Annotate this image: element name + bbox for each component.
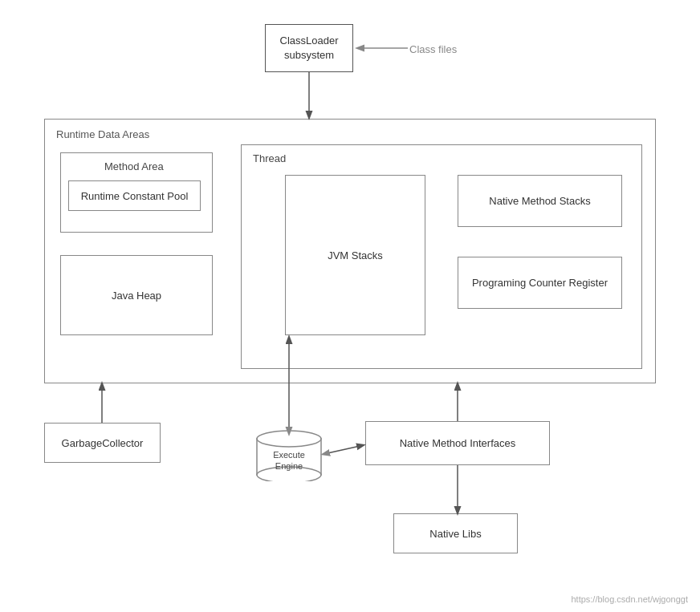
watermark: https://blog.csdn.net/wjgonggt <box>571 594 688 604</box>
native-libs-box: Native Libs <box>393 513 518 553</box>
jvm-stacks-box: JVM Stacks <box>285 175 425 335</box>
classloader-label1: ClassLoader <box>280 34 339 48</box>
runtime-constant-box: Runtime Constant Pool <box>68 180 201 211</box>
counter-register-box: Programing Counter Register <box>458 257 622 309</box>
native-method-stacks-label: Native Method Stacks <box>489 195 590 207</box>
svg-text:Engine: Engine <box>275 461 303 471</box>
native-method-stacks-box: Native Method Stacks <box>458 175 622 227</box>
runtime-constant-label: Runtime Constant Pool <box>81 190 189 202</box>
diagram-container: ClassLoader subsystem Class files Runtim… <box>0 0 700 612</box>
native-method-interfaces-box: Native Method Interfaces <box>365 421 550 465</box>
svg-line-9 <box>328 445 364 453</box>
svg-text:Execute: Execute <box>273 450 305 460</box>
counter-register-label: Programing Counter Register <box>472 277 608 289</box>
native-libs-label: Native Libs <box>429 528 481 540</box>
class-files-label: Class files <box>409 43 457 55</box>
svg-point-1 <box>257 431 321 447</box>
garbage-collector-box: GarbageCollector <box>44 423 161 463</box>
java-heap-label: Java Heap <box>112 290 161 302</box>
runtime-area-label: Runtime Data Areas <box>56 128 149 140</box>
jvm-stacks-label: JVM Stacks <box>328 249 383 261</box>
garbage-collector-label: GarbageCollector <box>62 437 144 449</box>
method-area-label: Method Area <box>104 160 164 172</box>
native-method-interfaces-label: Native Method Interfaces <box>400 437 516 449</box>
classloader-label2: subsystem <box>280 48 339 63</box>
thread-label: Thread <box>253 152 286 164</box>
execute-engine-box: Execute Engine <box>253 429 325 481</box>
java-heap-box: Java Heap <box>60 255 213 335</box>
classloader-box: ClassLoader subsystem <box>265 24 353 72</box>
